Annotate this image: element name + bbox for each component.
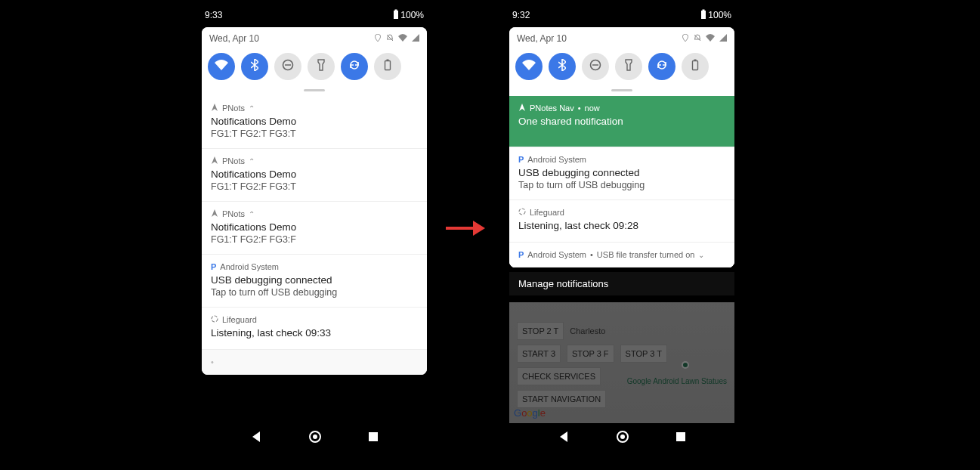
app-name: Android System <box>220 262 279 271</box>
app-name: PNots <box>222 104 245 113</box>
svg-point-16 <box>519 209 525 215</box>
map-button[interactable]: START NAVIGATION <box>517 390 606 408</box>
notification-shade: Wed, Apr 10 PNots ⌃ Notifications Demo F… <box>202 27 427 375</box>
toggle-dnd[interactable] <box>582 53 609 80</box>
nav-recents[interactable] <box>367 431 379 446</box>
notification-collapsed-more[interactable]: • <box>202 350 427 375</box>
chevron-up-icon[interactable]: ⌃ <box>249 104 255 113</box>
toggle-battery[interactable] <box>374 53 401 80</box>
notification-lifeguard[interactable]: Lifeguard Listening, last check 09:28 <box>509 200 734 243</box>
notification-list: PNots ⌃ Notifications Demo FG1:T FG2:T F… <box>202 96 427 375</box>
shade-handle[interactable] <box>611 89 632 91</box>
toggle-rotate[interactable] <box>341 53 368 80</box>
map-button[interactable]: START 3 <box>517 345 561 363</box>
notification-android-system[interactable]: PAndroid System USB debugging connected … <box>202 255 427 308</box>
location-icon <box>374 33 382 44</box>
background-app-map: STOP 2 T Charlesto START 3 STOP 3 F STOP… <box>509 302 734 423</box>
qs-status-icons <box>682 33 727 44</box>
map-poi-label: Google Android Lawn Statues <box>627 377 727 385</box>
wifi-icon <box>522 60 536 73</box>
notif-title: Notifications Demo <box>211 116 418 127</box>
app-icon <box>518 104 526 113</box>
notif-title: One shared notification <box>518 116 725 127</box>
nav-home[interactable] <box>308 430 322 447</box>
qs-status-icons <box>374 33 419 44</box>
map-button[interactable]: CHECK SERVICES <box>517 367 601 385</box>
app-name: Lifeguard <box>530 208 564 217</box>
notification-shade: Wed, Apr 10 PNotes Nav • now One shared … <box>509 27 734 267</box>
qs-toggles <box>202 47 427 89</box>
toggle-battery[interactable] <box>682 53 709 80</box>
chevron-down-icon[interactable]: ⌄ <box>698 251 704 259</box>
svg-rect-5 <box>387 60 389 61</box>
status-time: 9:32 <box>512 10 530 20</box>
qs-date: Wed, Apr 10 <box>209 33 259 44</box>
toggle-bluetooth[interactable] <box>549 53 576 80</box>
svg-rect-1 <box>395 9 397 11</box>
shade-handle[interactable] <box>304 89 325 91</box>
app-icon <box>518 208 526 217</box>
chevron-up-icon[interactable]: ⌃ <box>249 157 255 165</box>
toggle-flashlight[interactable] <box>308 53 335 80</box>
signal-icon <box>412 33 419 44</box>
svg-point-18 <box>620 434 625 439</box>
map-button[interactable]: STOP 3 T <box>620 345 667 363</box>
notification-collapsed-system[interactable]: P Android System • USB file transfer tur… <box>509 243 734 267</box>
phone-right: STOP 2 T Charlesto START 3 STOP 3 F STOP… <box>505 0 739 453</box>
bluetooth-icon <box>558 59 566 74</box>
app-icon: P <box>518 155 524 164</box>
app-icon <box>211 156 218 165</box>
battery-icon <box>691 59 699 74</box>
app-icon: P <box>211 262 216 271</box>
toggle-rotate[interactable] <box>648 53 675 80</box>
wifi-icon <box>706 33 715 44</box>
svg-rect-9 <box>369 432 378 441</box>
location-icon <box>682 33 689 44</box>
notification-featured[interactable]: PNotes Nav • now One shared notification <box>509 96 734 147</box>
notification-pnots-2[interactable]: PNots ⌃ Notifications Demo FG1:T FG2:F F… <box>202 149 427 202</box>
notification-android-system[interactable]: PAndroid System USB debugging connected … <box>509 147 734 200</box>
dnd-icon <box>589 59 601 74</box>
map-button[interactable]: STOP 2 T <box>517 322 564 340</box>
notif-title: Notifications Demo <box>211 169 418 180</box>
notif-title: USB debugging connected <box>518 167 725 178</box>
notif-title: Listening, last check 09:28 <box>518 220 725 231</box>
map-pin <box>682 361 689 369</box>
app-name: Android System <box>527 155 586 164</box>
manage-notifications-link[interactable]: Manage notifications <box>509 272 734 295</box>
qs-header: Wed, Apr 10 <box>202 27 427 47</box>
app-name: PNots <box>222 209 245 218</box>
notification-lifeguard[interactable]: Lifeguard Listening, last check 09:33 <box>202 308 427 350</box>
toggle-bluetooth[interactable] <box>241 53 268 80</box>
app-icon <box>211 315 218 324</box>
notification-pnots-1[interactable]: PNots ⌃ Notifications Demo FG1:T FG2:T F… <box>202 96 427 149</box>
notification-pnots-3[interactable]: PNots ⌃ Notifications Demo FG1:T FG2:F F… <box>202 202 427 255</box>
toggle-dnd[interactable] <box>274 53 301 80</box>
notif-summary: USB file transfer turned on <box>597 250 695 259</box>
toggle-flashlight[interactable] <box>615 53 642 80</box>
status-time: 9:33 <box>205 10 222 20</box>
nav-back[interactable] <box>249 430 263 447</box>
app-icon: P <box>518 250 524 259</box>
svg-point-8 <box>313 434 317 439</box>
qs-date: Wed, Apr 10 <box>517 33 567 44</box>
rotate-icon <box>656 59 668 74</box>
transition-arrow <box>446 219 487 237</box>
bluetooth-icon <box>251 59 258 74</box>
phone-left: 9:33 100% Wed, Apr 10 <box>197 0 431 453</box>
dnd-off-icon <box>386 33 394 44</box>
map-button[interactable]: STOP 3 F <box>567 345 614 363</box>
svg-rect-10 <box>701 11 706 19</box>
wifi-icon <box>215 60 228 73</box>
toggle-wifi[interactable] <box>208 53 235 80</box>
nav-home[interactable] <box>616 430 629 447</box>
notif-body: FG1:T FG2:F FG3:F <box>211 234 418 245</box>
flashlight-icon <box>317 59 325 74</box>
app-name: Lifeguard <box>222 315 257 324</box>
nav-recents[interactable] <box>675 431 687 446</box>
chevron-up-icon[interactable]: ⌃ <box>249 210 255 218</box>
qs-header: Wed, Apr 10 <box>509 27 734 47</box>
app-name: PNotes Nav <box>530 104 574 113</box>
nav-back[interactable] <box>557 430 570 447</box>
toggle-wifi[interactable] <box>515 53 543 80</box>
